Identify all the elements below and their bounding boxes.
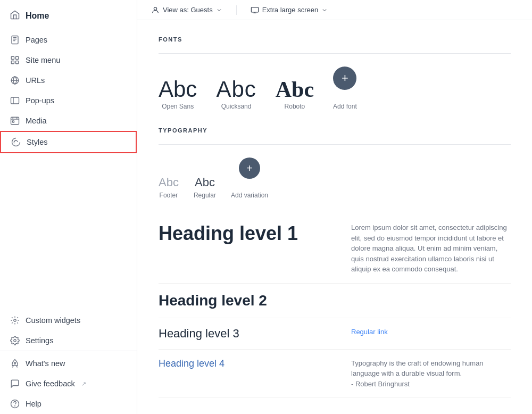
fonts-divider [159,53,511,54]
add-font-label: Add font [333,103,357,110]
add-variation-button[interactable]: + [239,158,260,179]
svg-point-13 [15,405,15,406]
regular-link[interactable]: Regular link [351,328,388,336]
sidebar-home[interactable]: Home [0,0,137,30]
external-link-icon: ↗ [81,380,86,387]
topbar: View as: Guests Extra large screen [137,0,532,20]
sidebar-item-whats-new[interactable]: What's new [0,353,137,374]
sidebar-item-pages[interactable]: Pages [0,30,137,50]
add-variation-label: Add variation [231,192,268,199]
heading-right-4: Typography is the craft of endowing huma… [351,358,511,390]
sidebar-item-media[interactable]: Media [0,111,137,131]
svg-point-11 [14,362,16,364]
fonts-section: FONTS Abc Open Sans Abc Quicksand Abc Ro… [159,36,511,110]
font-abc-quicksand: Abc [216,78,256,101]
sidebar-item-urls[interactable]: URLs [0,70,137,90]
typography-row: Abc Footer Abc Regular + Add variation [159,158,511,199]
add-variation-col: + Add variation [231,158,268,199]
font-label-open-sans: Open Sans [162,103,194,110]
fonts-row: Abc Open Sans Abc Quicksand Abc Roboto +… [159,67,511,110]
sidebar-popups-label: Pop-ups [26,96,54,105]
sidebar-give-feedback-label: Give feedback [26,379,75,388]
screen-size-button[interactable]: Extra large screen [246,4,332,16]
topbar-divider [236,5,237,15]
sidebar-help-label: Help [26,400,41,408]
typo-regular[interactable]: Abc Regular [194,176,216,199]
sidebar-item-styles[interactable]: Styles [0,131,137,153]
sidebar-item-site-menu[interactable]: Site menu [0,50,137,70]
screen-label: Extra large screen [262,6,319,14]
sidebar-item-settings[interactable]: Settings [0,330,137,351]
svg-rect-8 [13,121,14,122]
heading-left-2: Heading level 2 [159,292,330,309]
typo-footer[interactable]: Abc Footer [159,176,179,199]
svg-rect-3 [11,61,14,64]
sidebar-item-popups[interactable]: Pop-ups [0,90,137,111]
view-as-label: View as: Guests [163,6,213,14]
add-font-button[interactable]: + [333,67,356,90]
sidebar-pages-label: Pages [26,36,47,44]
heading-level-3: Heading level 3 [159,327,330,341]
typography-divider [159,144,511,145]
svg-point-9 [14,319,16,322]
svg-rect-7 [11,117,19,125]
popup-icon [10,95,20,106]
sidebar-item-custom-widgets[interactable]: Custom widgets [0,310,137,330]
heading-left-1: Heading level 1 [159,222,330,245]
heading-right-1: Lorem ipsum dolor sit amet, consectetur … [351,222,511,275]
heading-level-4: Heading level 4 [159,358,330,369]
sidebar-whats-new-label: What's new [26,359,65,368]
typography-section: TYPOGRAPHY Abc Footer Abc Regular + Add … [159,127,511,398]
widget-icon [10,315,20,326]
lorem-ipsum-text: Lorem ipsum dolor sit amet, consectetur … [351,223,507,273]
svg-rect-1 [11,56,14,59]
sidebar-media-label: Media [26,117,47,125]
sidebar-item-help[interactable]: Help [0,394,137,414]
heading-row-1: Heading level 1 Lorem ipsum dolor sit am… [159,214,511,284]
sidebar-home-label: Home [26,11,49,21]
heading-row-3: Heading level 3 Regular link [159,318,511,350]
settings-icon [10,335,20,346]
typo-abc-regular: Abc [195,176,215,189]
heading-level-1: Heading level 1 [159,222,330,245]
font-abc-open-sans: Abc [159,78,197,101]
heading-left-3: Heading level 3 [159,327,330,341]
font-abc-roboto: Abc [276,78,314,101]
heading-left-4: Heading level 4 [159,358,330,369]
svg-point-14 [154,7,156,10]
rocket-icon [10,358,20,369]
sidebar-custom-widgets-label: Custom widgets [26,316,80,325]
svg-rect-0 [12,36,18,44]
svg-point-12 [11,400,19,408]
font-open-sans[interactable]: Abc Open Sans [159,78,197,110]
svg-rect-2 [16,56,19,59]
typo-label-regular: Regular [194,192,216,199]
chevron-down-icon [216,7,222,13]
heading-level-2: Heading level 2 [159,292,330,309]
typography-title: TYPOGRAPHY [159,127,511,134]
fonts-title: FONTS [159,36,511,43]
page-icon [10,35,20,45]
svg-rect-15 [251,7,258,12]
sidebar-styles-label: Styles [27,138,48,146]
media-icon [10,115,20,126]
font-roboto[interactable]: Abc Roboto [276,78,314,110]
main-area: View as: Guests Extra large screen FONTS [137,0,532,414]
sidebar-item-give-feedback[interactable]: Give feedback ↗ [0,374,137,394]
person-icon [151,6,160,14]
feedback-icon [10,378,20,389]
typo-label-footer: Footer [160,192,178,199]
add-font-col: + Add font [333,67,357,110]
styles-icon [11,137,21,147]
heading-row-2: Heading level 2 [159,284,511,318]
font-quicksand[interactable]: Abc Quicksand [216,78,256,110]
menu-icon [10,55,20,65]
font-label-roboto: Roboto [285,103,305,110]
help-icon [10,399,20,409]
content-area: FONTS Abc Open Sans Abc Quicksand Abc Ro… [137,20,532,414]
view-as-button[interactable]: View as: Guests [147,4,227,16]
sidebar-urls-label: URLs [26,76,45,85]
font-label-quicksand: Quicksand [221,103,252,110]
svg-rect-4 [16,61,19,64]
url-icon [10,75,20,86]
